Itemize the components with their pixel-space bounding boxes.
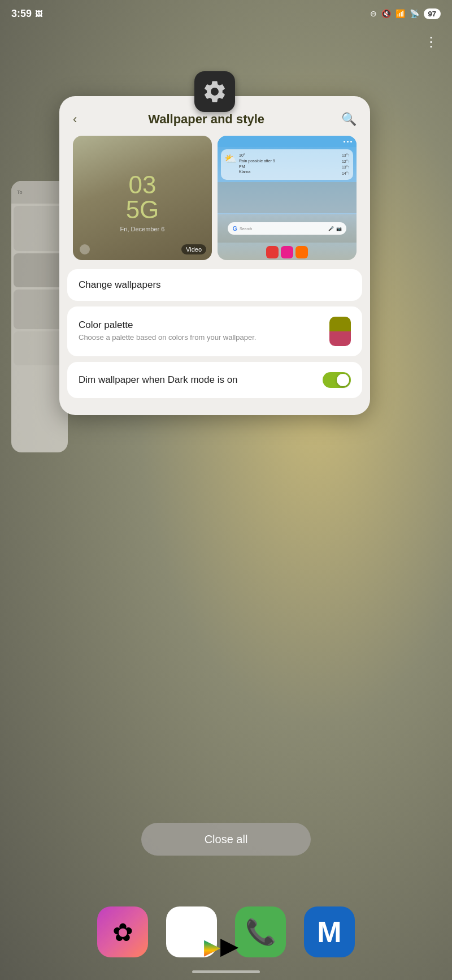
- weather-icon: ⛅: [224, 153, 237, 165]
- lens-icon: 📷: [336, 226, 342, 231]
- dim-wallpaper-text: Dim wallpaper when Dark mode is on: [79, 374, 323, 386]
- google-g: G: [232, 225, 237, 232]
- home-screen-preview[interactable]: ⛅ 10°Rain possible after 9PMKlarna 13°↑1…: [218, 136, 357, 260]
- wallpaper-previews: 035G Fri, December 6 Video ⛅ 10°Rain pos…: [59, 136, 370, 269]
- messages-app-icon[interactable]: M: [304, 906, 355, 957]
- settings-app-icon: [194, 71, 235, 112]
- dim-wallpaper-toggle[interactable]: [323, 372, 351, 388]
- settings-items: Change wallpapers Color palette Choose a…: [59, 269, 370, 398]
- three-dot-menu[interactable]: ⋮: [424, 34, 438, 50]
- palette-top-color: [329, 317, 351, 331]
- gallery-app-icon[interactable]: ✿: [97, 906, 148, 957]
- app-icon-store: [266, 246, 279, 258]
- back-card-content-4: [14, 331, 66, 365]
- weather-temp-list: 13°↑12°↑13°↑14°↑: [342, 153, 350, 176]
- home-status-bar: [218, 136, 357, 147]
- time-display: 3:59: [11, 8, 32, 20]
- palette-bottom-color: [329, 331, 351, 346]
- status-time: 3:59 🖼: [11, 8, 42, 20]
- play-triangle: ▶: [182, 919, 204, 944]
- dim-wallpaper-item[interactable]: Dim wallpaper when Dark mode is on: [67, 362, 362, 398]
- signal-icon: 📡: [410, 9, 419, 18]
- lock-screen-preview[interactable]: 035G Fri, December 6 Video: [73, 136, 212, 260]
- home-middle-area: G Search 🎤 📷: [218, 214, 357, 243]
- status-icons: ⊖ 🔇 📶 📡 97: [370, 8, 441, 19]
- change-wallpapers-title: Change wallpapers: [79, 279, 351, 291]
- back-card-content-2: [14, 253, 66, 287]
- weather-text: 10°Rain possible after 9PMKlarna: [239, 153, 275, 175]
- phone-app-icon[interactable]: 📞: [235, 906, 286, 957]
- home-status-dot-2: [347, 141, 349, 143]
- wifi-icon: 📶: [395, 9, 405, 18]
- close-all-label: Close all: [205, 833, 248, 846]
- search-text: Search: [240, 227, 252, 231]
- back-card-content-1: [14, 206, 66, 251]
- color-palette-subtitle: Choose a palette based on colors from yo…: [79, 333, 329, 343]
- search-icon[interactable]: 🔍: [341, 112, 357, 127]
- video-badge: Video: [181, 244, 206, 254]
- close-all-button[interactable]: Close all: [141, 823, 311, 856]
- card-title: Wallpaper and style: [71, 112, 341, 127]
- home-indicator: [192, 970, 260, 973]
- toggle-knob: [337, 374, 349, 386]
- weather-widget: ⛅ 10°Rain possible after 9PMKlarna 13°↑1…: [221, 149, 353, 180]
- app-icon-playstore: [295, 246, 308, 258]
- mic-icon: 🎤: [328, 226, 334, 231]
- gallery-status-icon: 🖼: [35, 10, 42, 18]
- dim-wallpaper-title: Dim wallpaper when Dark mode is on: [79, 374, 323, 386]
- bottom-dock: ✿ ▶ 📞 M: [0, 906, 452, 957]
- main-settings-card: ‹ Wallpaper and style 🔍 035G Fri, Decemb…: [59, 96, 370, 415]
- gear-icon: [202, 79, 228, 105]
- home-wallpaper-area: [218, 182, 357, 213]
- app-icons-row: [218, 244, 357, 260]
- color-palette-icon: [329, 317, 351, 346]
- app-icon-gallery: [281, 246, 293, 258]
- battery-badge: 97: [424, 8, 441, 19]
- color-palette-item[interactable]: Color palette Choose a palette based on …: [67, 306, 362, 356]
- google-search-bar: G Search 🎤 📷: [228, 222, 346, 235]
- home-status-dot-1: [344, 141, 345, 143]
- lock-date: Fri, December 6: [120, 226, 165, 232]
- lock-circle-icon: [80, 244, 90, 254]
- change-wallpapers-text: Change wallpapers: [79, 279, 351, 291]
- status-bar: 3:59 🖼 ⊖ 🔇 📶 📡 97: [0, 0, 452, 27]
- color-palette-title: Color palette: [79, 320, 329, 331]
- mute-icon: 🔇: [381, 9, 391, 18]
- change-wallpapers-item[interactable]: Change wallpapers: [67, 269, 362, 301]
- minus-icon: ⊖: [370, 9, 377, 18]
- back-card-content-3: [14, 290, 66, 329]
- color-palette-text: Color palette Choose a palette based on …: [79, 320, 329, 343]
- home-status-dot-3: [350, 141, 352, 143]
- lock-time-display: 035G: [126, 172, 159, 222]
- play-store-app-icon[interactable]: ▶: [166, 906, 217, 957]
